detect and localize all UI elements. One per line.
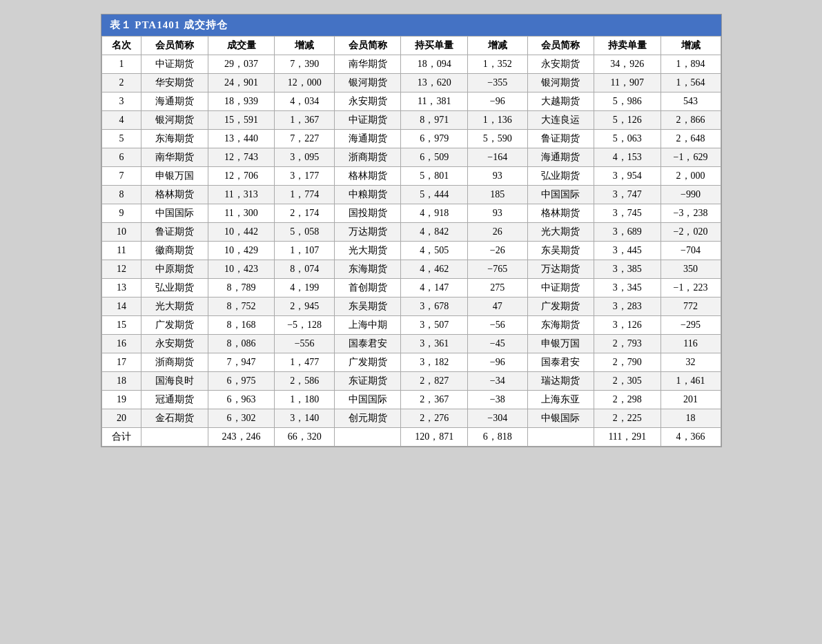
cell-n2: 国投期货 xyxy=(335,204,401,223)
cell-v2: 6，509 xyxy=(401,148,467,167)
cell-c2: −45 xyxy=(467,335,527,353)
cell-n1: 广发期货 xyxy=(141,316,208,335)
cell-c2: −304 xyxy=(467,409,527,428)
cell-c1: 3，140 xyxy=(275,409,335,428)
cell-rank: 10 xyxy=(101,223,141,242)
header-row: 名次 会员简称 成交量 增减 会员简称 持买单量 增减 会员简称 持卖单量 增减 xyxy=(101,37,721,55)
cell-v2: 3，361 xyxy=(401,335,467,353)
cell-v2: 4，505 xyxy=(401,242,467,260)
table-row: 1 中证期货 29，037 7，390 南华期货 18，094 1，352 永安… xyxy=(101,55,721,74)
cell-n1: 国海良时 xyxy=(141,372,208,391)
total-row: 合计 243，246 66，320 120，871 6，818 111，291 … xyxy=(101,428,721,447)
cell-c3: −1，629 xyxy=(660,148,721,167)
cell-v1: 12，743 xyxy=(208,148,274,167)
cell-v1: 8，086 xyxy=(208,335,274,353)
cell-c2: 47 xyxy=(467,297,527,316)
cell-rank: 9 xyxy=(101,204,141,223)
cell-c2: 1，136 xyxy=(467,111,527,130)
cell-n3: 万达期货 xyxy=(527,260,594,279)
cell-c2: −38 xyxy=(467,391,527,409)
cell-n2: 中粮期货 xyxy=(335,186,401,204)
cell-c3: −1，223 xyxy=(660,279,721,297)
total-c1: 66，320 xyxy=(275,428,335,447)
cell-c2: −355 xyxy=(467,74,527,92)
cell-c1: 2，586 xyxy=(275,372,335,391)
cell-v2: 2，276 xyxy=(401,409,467,428)
cell-c3: −2，020 xyxy=(660,223,721,242)
table-row: 5 东海期货 13，440 7，227 海通期货 6，979 5，590 鲁证期… xyxy=(101,130,721,148)
cell-c2: 93 xyxy=(467,167,527,186)
header-col3-chg: 增减 xyxy=(660,37,721,55)
cell-rank: 1 xyxy=(101,55,141,74)
cell-c3: 18 xyxy=(660,409,721,428)
cell-n1: 海通期货 xyxy=(141,92,208,111)
title-bar: 表１ PTA1401 成交持仓 xyxy=(101,14,721,36)
cell-n3: 弘业期货 xyxy=(527,167,594,186)
cell-v1: 13，440 xyxy=(208,130,274,148)
total-v2: 120，871 xyxy=(401,428,467,447)
table-row: 20 金石期货 6，302 3，140 创元期货 2，276 −304 中银国际… xyxy=(101,409,721,428)
cell-n2: 中国国际 xyxy=(335,391,401,409)
cell-c2: 1，352 xyxy=(467,55,527,74)
cell-v2: 4，462 xyxy=(401,260,467,279)
cell-rank: 4 xyxy=(101,111,141,130)
cell-c2: −765 xyxy=(467,260,527,279)
cell-v2: 3，182 xyxy=(401,353,467,372)
cell-n3: 申银万国 xyxy=(527,335,594,353)
cell-n3: 光大期货 xyxy=(527,223,594,242)
total-v1: 243，246 xyxy=(208,428,274,447)
cell-c1: 7，227 xyxy=(275,130,335,148)
total-c2: 6，818 xyxy=(467,428,527,447)
cell-c3: 32 xyxy=(660,353,721,372)
cell-n2: 创元期货 xyxy=(335,409,401,428)
cell-c2: 5，590 xyxy=(467,130,527,148)
cell-v1: 11，313 xyxy=(208,186,274,204)
table-row: 10 鲁证期货 10，442 5，058 万达期货 4，842 26 光大期货 … xyxy=(101,223,721,242)
cell-n2: 东海期货 xyxy=(335,260,401,279)
cell-n1: 申银万国 xyxy=(141,167,208,186)
table-row: 11 徽商期货 10，429 1，107 光大期货 4，505 −26 东吴期货… xyxy=(101,242,721,260)
cell-n1: 格林期货 xyxy=(141,186,208,204)
cell-v3: 3，283 xyxy=(594,297,660,316)
table-row: 7 申银万国 12，706 3，177 格林期货 5，801 93 弘业期货 3… xyxy=(101,167,721,186)
cell-v3: 3，445 xyxy=(594,242,660,260)
cell-rank: 13 xyxy=(101,279,141,297)
cell-c3: 772 xyxy=(660,297,721,316)
cell-v1: 8，789 xyxy=(208,279,274,297)
cell-c2: −164 xyxy=(467,148,527,167)
cell-n3: 鲁证期货 xyxy=(527,130,594,148)
cell-c2: −34 xyxy=(467,372,527,391)
cell-v3: 3，747 xyxy=(594,186,660,204)
cell-c3: −704 xyxy=(660,242,721,260)
cell-v1: 24，901 xyxy=(208,74,274,92)
cell-rank: 12 xyxy=(101,260,141,279)
header-col3-name: 会员简称 xyxy=(527,37,594,55)
cell-n2: 上海中期 xyxy=(335,316,401,335)
cell-v3: 4，153 xyxy=(594,148,660,167)
cell-c3: 201 xyxy=(660,391,721,409)
cell-n3: 广发期货 xyxy=(527,297,594,316)
cell-n2: 中证期货 xyxy=(335,111,401,130)
cell-n1: 徽商期货 xyxy=(141,242,208,260)
cell-c3: 116 xyxy=(660,335,721,353)
cell-n3: 上海东亚 xyxy=(527,391,594,409)
cell-n3: 大越期货 xyxy=(527,92,594,111)
cell-v2: 2，367 xyxy=(401,391,467,409)
cell-v1: 8，752 xyxy=(208,297,274,316)
cell-v1: 15，591 xyxy=(208,111,274,130)
cell-v3: 5，063 xyxy=(594,130,660,148)
cell-c2: −96 xyxy=(467,353,527,372)
cell-v2: 13，620 xyxy=(401,74,467,92)
cell-c3: 543 xyxy=(660,92,721,111)
cell-c2: 26 xyxy=(467,223,527,242)
cell-v1: 10，429 xyxy=(208,242,274,260)
cell-v1: 6，963 xyxy=(208,391,274,409)
cell-rank: 2 xyxy=(101,74,141,92)
cell-v3: 3，385 xyxy=(594,260,660,279)
cell-v3: 5，986 xyxy=(594,92,660,111)
cell-n1: 中国国际 xyxy=(141,204,208,223)
table-row: 18 国海良时 6，975 2，586 东证期货 2，827 −34 瑞达期货 … xyxy=(101,372,721,391)
table-row: 13 弘业期货 8，789 4，199 首创期货 4，147 275 中证期货 … xyxy=(101,279,721,297)
cell-v2: 4，918 xyxy=(401,204,467,223)
cell-rank: 7 xyxy=(101,167,141,186)
